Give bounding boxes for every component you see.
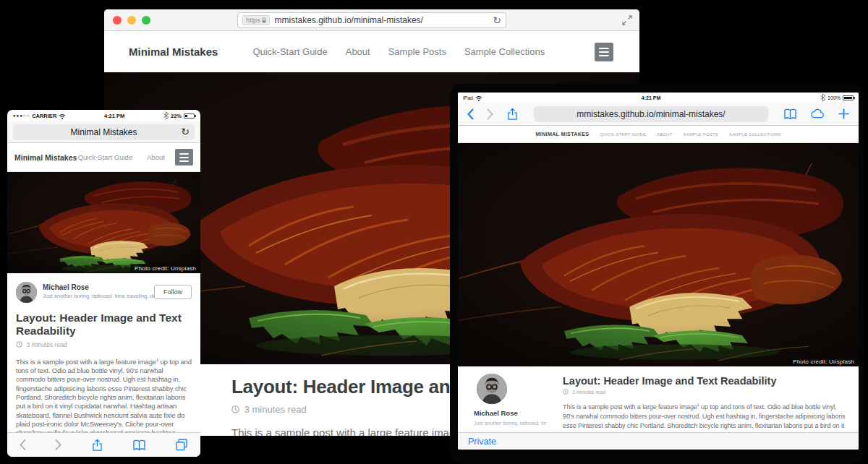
avatar — [16, 282, 37, 303]
ipad-safari-toolbar: mmistakes.github.io/minimal-mistakes/ — [458, 103, 859, 126]
bluetooth-icon — [820, 93, 826, 102]
forward-icon[interactable] — [486, 108, 494, 121]
bookmarks-icon[interactable] — [783, 107, 798, 121]
nav-link-quick-start[interactable]: Quick-Start Guide — [252, 46, 327, 57]
site-brand-link[interactable]: Minimal Mistakes — [536, 132, 590, 137]
iphone-safari-toolbar — [7, 432, 200, 457]
nav-link-sample-posts[interactable]: Sample Posts — [684, 132, 718, 137]
author-bio: Just another boring, tattooed, time trav… — [474, 421, 546, 426]
menu-hamburger-button[interactable] — [595, 43, 613, 61]
site-brand-link[interactable]: Minimal Mistakes — [129, 46, 218, 58]
desktop-titlebar: https mmistakes.github.io/minimal-mistak… — [104, 9, 639, 31]
ipad-label: iPad — [463, 95, 473, 100]
iphone-status-bar: ●●●○○ CARRIER 4:21 PM 22% — [7, 110, 200, 121]
photo-credit-badge: Photo credit: Unsplash — [788, 357, 859, 366]
article-main: Layout: Header Image and Text Readabilit… — [563, 375, 846, 432]
nav-link-quick-start[interactable]: Quick-Start Guide — [78, 153, 133, 161]
clock-icon — [231, 405, 239, 413]
site-brand-link[interactable]: Minimal Mistakes — [14, 153, 77, 162]
post-body: This is a sample post with a large featu… — [16, 356, 192, 438]
address-bar[interactable]: https mmistakes.github.io/minimal-mistak… — [237, 12, 506, 28]
status-time: 4:21 PM — [482, 95, 820, 100]
back-icon[interactable] — [467, 108, 475, 121]
battery-percent: 22% — [171, 113, 182, 119]
author-sidebar: Michael Rose Just another boring, tattoo… — [474, 374, 549, 426]
close-window-button[interactable] — [113, 16, 122, 25]
new-tab-icon[interactable] — [838, 108, 850, 120]
minimize-window-button[interactable] — [127, 16, 136, 25]
iphone-site-nav: Minimal Mistakes Quick-Start Guide About — [7, 143, 200, 172]
nav-link-sample-collections[interactable]: Sample Collections — [729, 132, 780, 137]
author-row: Michael Rose Just another boring, tattoo… — [16, 282, 192, 303]
ipad-article: Michael Rose Just another boring, tattoo… — [458, 366, 859, 432]
iphone-article: Michael Rose Just another boring, tattoo… — [7, 282, 200, 453]
fullscreen-icon[interactable] — [622, 15, 632, 25]
avatar — [477, 374, 507, 404]
battery-icon — [184, 113, 195, 119]
battery-icon — [843, 95, 854, 100]
ipad-device: iPad 4:21 PM 100% mmistakes.github.io/mi… — [450, 84, 864, 464]
signal-dots: ●●●○○ — [13, 113, 30, 118]
nav-link-about[interactable]: About — [657, 132, 672, 137]
post-read-time: 3 minutes read — [563, 389, 846, 395]
bookmarks-icon[interactable] — [132, 438, 147, 452]
iphone-safari-urlbar: Minimal Mistakes ↻ — [7, 121, 200, 143]
private-label[interactable]: Private — [468, 437, 496, 447]
ipad-site-nav: Minimal Mistakes Quick-Start Guide About… — [458, 126, 859, 143]
reload-icon[interactable]: ↻ — [493, 15, 501, 25]
share-icon[interactable] — [90, 437, 104, 453]
wifi-icon — [59, 113, 66, 119]
nav-link-about[interactable]: About — [346, 46, 370, 57]
lock-icon — [262, 17, 266, 23]
wifi-icon — [475, 95, 482, 101]
clock-icon — [16, 341, 22, 348]
header-image-leaves: Photo credit: Unsplash — [7, 172, 200, 273]
ipad-screen: iPad 4:21 PM 100% mmistakes.github.io/mi… — [458, 93, 859, 450]
carrier-label: CARRIER — [32, 113, 56, 119]
iphone-device: ●●●○○ CARRIER 4:21 PM 22% Minimal Mistak… — [7, 110, 200, 457]
private-browsing-bar: Private — [458, 432, 859, 450]
url-text[interactable]: mmistakes.github.io/minimal-mistakes/ — [275, 15, 493, 25]
header-image-leaves: Photo credit: Unsplash — [458, 143, 859, 366]
url-text[interactable]: Minimal Mistakes — [70, 127, 137, 137]
battery-percent: 100% — [827, 95, 841, 100]
author-text: Michael Rose Just another boring, tattoo… — [43, 282, 172, 303]
menu-hamburger-button[interactable] — [175, 149, 193, 166]
tabs-icon[interactable] — [174, 437, 189, 452]
iphone-address-bar[interactable]: Minimal Mistakes ↻ — [13, 124, 195, 140]
nav-link-sample-collections[interactable]: Sample Collections — [464, 46, 545, 57]
forward-icon[interactable] — [54, 438, 62, 452]
ipad-address-bar[interactable]: mmistakes.github.io/minimal-mistakes/ — [534, 106, 768, 122]
composite-canvas: https mmistakes.github.io/minimal-mistak… — [0, 0, 868, 464]
back-icon[interactable] — [19, 438, 27, 452]
share-icon[interactable] — [506, 106, 519, 122]
author-bio: Just another boring, tattooed, time trav… — [43, 293, 172, 299]
url-text[interactable]: mmistakes.github.io/minimal-mistakes/ — [576, 109, 725, 119]
clock-icon — [563, 389, 569, 395]
zoom-window-button[interactable] — [142, 16, 150, 25]
post-read-time: 3 minutes read — [16, 341, 192, 348]
post-title: Layout: Header Image and Text Readabilit… — [563, 375, 846, 387]
nav-link-about[interactable]: About — [147, 153, 165, 161]
photo-credit-badge: Photo credit: Unsplash — [130, 264, 200, 273]
status-time: 4:21 PM — [66, 113, 163, 119]
author-name: Michael Rose — [43, 283, 172, 291]
reload-icon[interactable]: ↻ — [181, 126, 190, 137]
post-body: This is a sample post with a large featu… — [563, 400, 846, 432]
window-controls — [113, 16, 150, 25]
ipad-status-bar: iPad 4:21 PM 100% — [458, 93, 859, 103]
icloud-tabs-icon[interactable] — [809, 107, 826, 121]
https-badge: https — [242, 15, 270, 25]
follow-button[interactable]: Follow — [154, 285, 192, 299]
nav-link-quick-start[interactable]: Quick-Start Guide — [600, 132, 646, 137]
bluetooth-icon — [163, 111, 169, 120]
desktop-site-nav: Minimal Mistakes Quick-Start Guide About… — [104, 31, 639, 72]
nav-link-sample-posts[interactable]: Sample Posts — [388, 46, 446, 57]
post-title: Layout: Header Image and Text Readabilit… — [16, 312, 192, 338]
author-name: Michael Rose — [474, 409, 549, 417]
